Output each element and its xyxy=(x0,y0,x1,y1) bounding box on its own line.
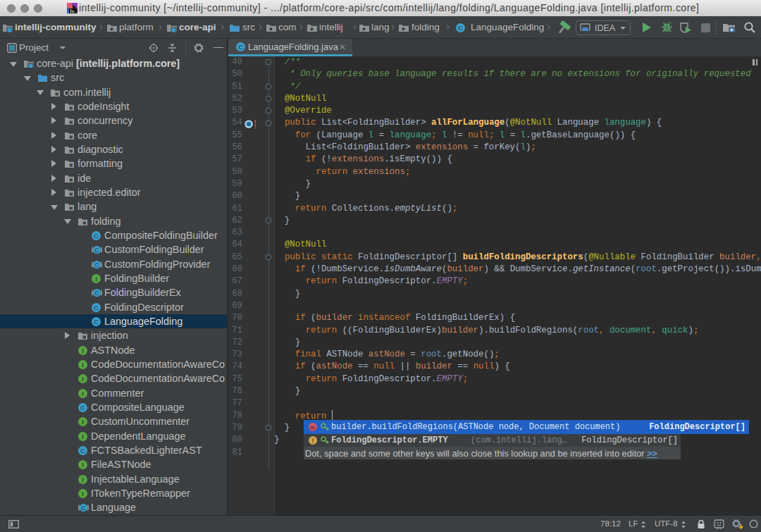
svg-text:C: C xyxy=(94,318,99,326)
svg-text:I: I xyxy=(82,461,84,469)
svg-text:C: C xyxy=(80,404,85,412)
svg-text:I: I xyxy=(82,476,84,483)
svg-text:C: C xyxy=(81,505,86,512)
svg-text:C: C xyxy=(94,290,99,297)
svg-text:I: I xyxy=(82,375,84,383)
svg-text:I: I xyxy=(82,347,84,354)
svg-text:C: C xyxy=(94,261,99,268)
svg-text:C: C xyxy=(94,232,99,240)
svg-text:C: C xyxy=(238,43,243,51)
svg-text:I: I xyxy=(82,490,84,497)
svg-text:I: I xyxy=(82,390,84,397)
svg-text:I: I xyxy=(82,361,84,369)
svg-text:C: C xyxy=(458,24,463,32)
svg-text:I: I xyxy=(82,433,84,440)
svg-text:C: C xyxy=(80,447,85,454)
svg-text:C: C xyxy=(94,304,99,311)
svg-text:I: I xyxy=(95,275,97,283)
svg-text:I: I xyxy=(82,418,84,426)
svg-text:C: C xyxy=(94,247,99,254)
svg-text:m: m xyxy=(310,424,316,431)
